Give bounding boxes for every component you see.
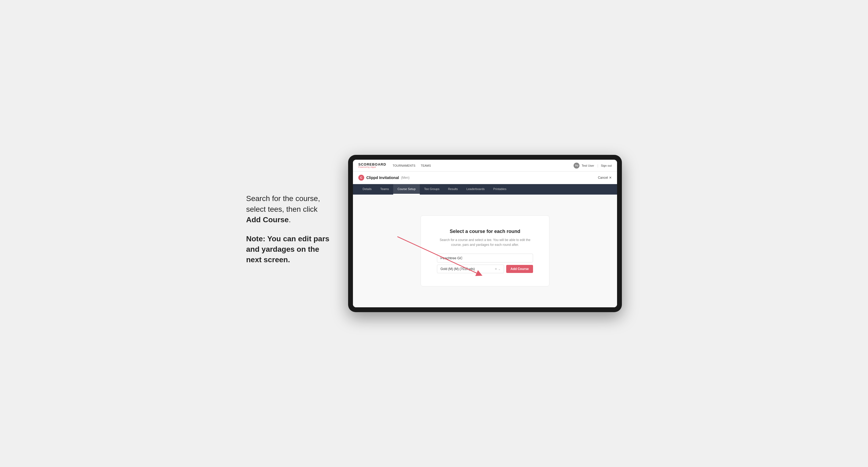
app-header-right: TU Test User | Sign out [574, 163, 612, 168]
tournament-subtitle: (Men) [401, 176, 409, 180]
card-description: Search for a course and select a tee. Yo… [437, 238, 533, 247]
add-course-button[interactable]: Add Course [506, 265, 533, 273]
sign-out-link[interactable]: Sign out [601, 164, 612, 167]
tablet-screen: SCOREBOARD Powered by clippd TOURNAMENTS… [353, 160, 617, 307]
cancel-button[interactable]: Cancel ✕ [598, 176, 612, 180]
nav-tournaments[interactable]: TOURNAMENTS [393, 164, 415, 167]
instruction-text-2: Note: You can edit pars and yardages on … [246, 234, 332, 265]
tab-nav: Details Teams Course Setup Tee Groups Re… [353, 184, 617, 195]
tab-leaderboards[interactable]: Leaderboards [462, 184, 489, 195]
app-header-left: SCOREBOARD Powered by clippd TOURNAMENTS… [358, 163, 431, 168]
tab-tee-groups[interactable]: Tee Groups [420, 184, 444, 195]
tournament-title-area: C Clippd Invitational (Men) [358, 175, 410, 181]
tab-printables[interactable]: Printables [489, 184, 511, 195]
course-setup-card: Select a course for each round Search fo… [421, 216, 550, 286]
tee-select-wrapper: Gold (M) (M) (7010 yds) ✕ ⌄ Add Course [437, 264, 533, 273]
tee-expand-icon[interactable]: ⌄ [498, 267, 501, 271]
cancel-label: Cancel [598, 176, 608, 180]
tournament-title: Clippd Invitational [366, 176, 399, 180]
logo-sub: Powered by clippd [358, 166, 386, 168]
course-search-input[interactable] [437, 254, 533, 262]
tab-teams[interactable]: Teams [376, 184, 393, 195]
tee-clear-icon[interactable]: ✕ [495, 267, 497, 271]
instruction-text-1: Search for the course, select tees, then… [246, 193, 332, 225]
card-title: Select a course for each round [437, 229, 533, 234]
cancel-icon: ✕ [609, 176, 612, 180]
instruction-bold: Add Course [246, 216, 289, 224]
page-wrapper: Search for the course, select tees, then… [246, 155, 622, 312]
nav-teams[interactable]: TEAMS [421, 164, 431, 167]
instructions-panel: Search for the course, select tees, then… [246, 193, 332, 274]
tab-course-setup[interactable]: Course Setup [393, 184, 420, 195]
tab-details[interactable]: Details [358, 184, 376, 195]
instruction-note: Note: You can edit pars and yardages on … [246, 235, 329, 264]
tournament-header: C Clippd Invitational (Men) Cancel ✕ [353, 172, 617, 184]
tab-results[interactable]: Results [444, 184, 462, 195]
app-header: SCOREBOARD Powered by clippd TOURNAMENTS… [353, 160, 617, 172]
tee-select[interactable]: Gold (M) (M) (7010 yds) ✕ ⌄ [437, 264, 504, 273]
tablet-frame: SCOREBOARD Powered by clippd TOURNAMENTS… [348, 155, 622, 312]
user-name: Test User [582, 164, 594, 167]
tournament-icon: C [358, 175, 364, 181]
user-avatar: TU [574, 163, 580, 168]
nav-links: TOURNAMENTS TEAMS [393, 164, 431, 167]
logo-area: SCOREBOARD Powered by clippd [358, 163, 386, 168]
tee-select-value: Gold (M) (M) (7010 yds) [440, 267, 475, 271]
divider: | [597, 164, 598, 167]
annotation-area: Select a course for each round Search fo… [421, 216, 550, 286]
main-content: Select a course for each round Search fo… [353, 195, 617, 307]
tee-select-controls: ✕ ⌄ [495, 267, 501, 271]
